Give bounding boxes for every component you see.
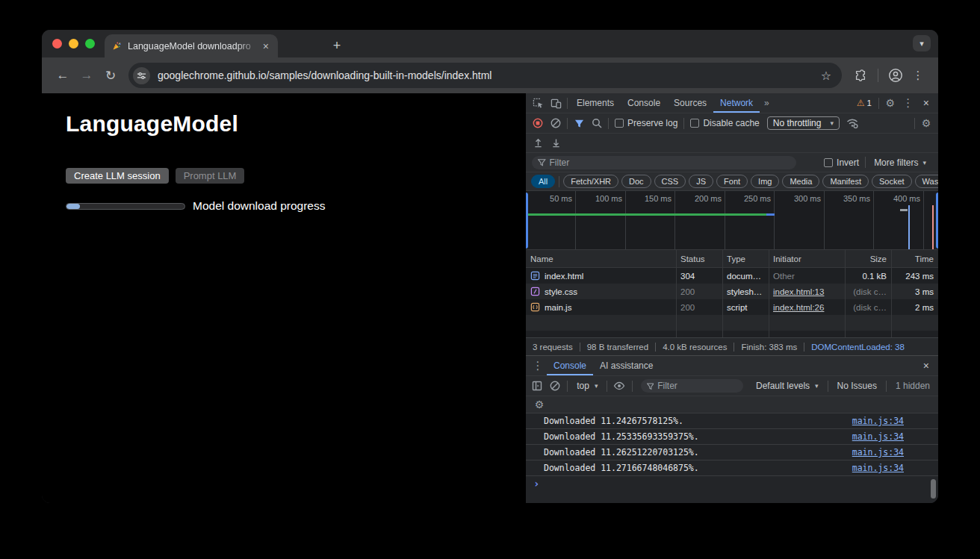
stylesheet-file-icon: [530, 287, 540, 296]
chip-css[interactable]: CSS: [654, 175, 686, 188]
tab-elements[interactable]: Elements: [570, 94, 621, 113]
chip-media[interactable]: Media: [782, 175, 819, 188]
message-source-link[interactable]: main.js:34: [852, 416, 904, 426]
chip-fetch-xhr[interactable]: Fetch/XHR: [563, 175, 618, 188]
drawer-tab-ai-assistance[interactable]: AI assistance: [593, 357, 660, 375]
bookmark-star-icon[interactable]: ☆: [816, 69, 836, 83]
hidden-messages-count[interactable]: 1 hidden: [890, 381, 935, 391]
column-divider[interactable]: [722, 250, 723, 337]
clear-console-icon[interactable]: [547, 378, 563, 394]
record-network-log-icon[interactable]: [529, 115, 547, 131]
message-source-link[interactable]: main.js:34: [852, 431, 904, 442]
chip-img[interactable]: Img: [751, 175, 779, 188]
issues-warning-badge[interactable]: ⚠ 1: [852, 98, 876, 108]
message-text: Downloaded 11.25335693359375%.: [544, 431, 852, 442]
chip-font[interactable]: Font: [716, 175, 748, 188]
search-icon[interactable]: [588, 115, 606, 131]
column-divider[interactable]: [891, 250, 892, 337]
close-window-button[interactable]: [52, 39, 62, 49]
chip-manifest[interactable]: Manifest: [822, 175, 869, 188]
chevron-down-icon: ▾: [830, 119, 834, 127]
tab-search-button[interactable]: ▾: [913, 35, 931, 51]
table-row[interactable]: index.html 304 docum… Other 0.1 kB 243 m…: [526, 268, 938, 284]
more-filters-dropdown[interactable]: More filters ▾: [868, 157, 932, 168]
issues-status[interactable]: No Issues: [832, 381, 882, 391]
inspect-element-icon[interactable]: [529, 95, 547, 111]
chip-all[interactable]: All: [531, 175, 555, 188]
browser-menu-kebab-icon[interactable]: ⋮: [907, 64, 929, 87]
console-filter-input[interactable]: [657, 381, 737, 391]
request-name: style.css: [545, 287, 577, 296]
col-header-status[interactable]: Status: [676, 254, 722, 263]
minimize-window-button[interactable]: [69, 39, 78, 49]
devtools-close-icon[interactable]: ×: [917, 97, 935, 109]
zoom-window-button[interactable]: [85, 39, 95, 49]
col-header-initiator[interactable]: Initiator: [769, 254, 845, 263]
drawer-menu-kebab-icon[interactable]: ⋮: [529, 357, 547, 374]
drawer-tab-console[interactable]: Console: [547, 357, 593, 375]
chip-doc[interactable]: Doc: [621, 175, 651, 188]
more-tabs-icon[interactable]: »: [760, 98, 774, 108]
profile-avatar-icon[interactable]: [884, 64, 907, 87]
back-button[interactable]: ←: [51, 63, 75, 87]
tab-sources[interactable]: Sources: [667, 94, 713, 113]
col-header-name[interactable]: Name: [526, 254, 676, 263]
table-row[interactable]: style.css 200 stylesh… index.html:13 (di…: [526, 284, 938, 299]
device-toolbar-icon[interactable]: [547, 95, 565, 111]
message-source-link[interactable]: main.js:34: [852, 463, 904, 473]
network-conditions-icon[interactable]: [843, 115, 861, 131]
console-prompt[interactable]: ›: [526, 475, 938, 491]
message-source-link[interactable]: main.js:34: [852, 447, 904, 457]
overview-left-handle[interactable]: [526, 193, 528, 249]
divider: [828, 381, 828, 392]
reload-button[interactable]: ↻: [99, 63, 122, 87]
browser-window: LanguageModel downloadpro × + ▾ ← → ↻ go…: [42, 30, 938, 503]
network-filter-input[interactable]: [550, 157, 791, 168]
console-sidebar-toggle-icon[interactable]: [529, 378, 545, 394]
preserve-log-checkbox[interactable]: Preserve log: [611, 118, 681, 128]
site-settings-icon[interactable]: [133, 67, 150, 84]
throttling-select[interactable]: No throttling ▾: [767, 116, 840, 130]
gridline: [824, 191, 825, 249]
address-bar[interactable]: googlechrome.github.io/samples/downloadi…: [128, 63, 842, 88]
overview-right-handle[interactable]: [936, 193, 938, 249]
chip-js[interactable]: JS: [689, 175, 713, 188]
browser-tab[interactable]: LanguageModel downloadpro ×: [105, 34, 278, 57]
extensions-puzzle-icon[interactable]: [849, 64, 872, 87]
import-har-icon[interactable]: [529, 135, 547, 152]
col-header-size[interactable]: Size: [845, 254, 891, 263]
console-scrollbar-thumb[interactable]: [931, 479, 936, 499]
col-header-time[interactable]: Time: [891, 254, 938, 263]
filter-funnel-icon[interactable]: [570, 115, 588, 131]
request-size: 0.1 kB: [845, 272, 891, 281]
column-divider[interactable]: [769, 250, 769, 337]
tab-console[interactable]: Console: [621, 94, 667, 113]
initiator-link[interactable]: index.html:13: [773, 287, 824, 296]
table-row[interactable]: main.js 200 script index.html:26 (disk c…: [526, 299, 938, 315]
console-settings-gear-icon[interactable]: ⚙: [530, 396, 548, 413]
devtools-menu-kebab-icon[interactable]: ⋮: [899, 95, 917, 111]
export-har-icon[interactable]: [547, 135, 565, 152]
settings-gear-icon[interactable]: ⚙: [881, 95, 899, 111]
col-header-type[interactable]: Type: [722, 254, 769, 263]
log-levels-select[interactable]: Default levels ▾: [751, 381, 824, 391]
clear-network-log-icon[interactable]: [547, 115, 565, 131]
network-overview-timeline[interactable]: 50 ms 100 ms 150 ms 200 ms 250 ms 300 ms…: [526, 191, 938, 250]
tab-close-icon[interactable]: ×: [260, 40, 272, 52]
create-llm-session-button[interactable]: Create LLM session: [66, 168, 169, 184]
chip-wasm[interactable]: Wasm: [915, 175, 938, 188]
initiator-link[interactable]: index.html:26: [773, 303, 824, 312]
console-context-select[interactable]: top ▾: [571, 381, 603, 391]
invert-checkbox[interactable]: Invert: [820, 157, 863, 168]
tab-network[interactable]: Network: [713, 94, 760, 113]
new-tab-button[interactable]: +: [327, 36, 347, 55]
network-settings-gear-icon[interactable]: ⚙: [917, 115, 935, 131]
divider: [914, 118, 915, 129]
chip-socket[interactable]: Socket: [872, 175, 912, 188]
live-expression-eye-icon[interactable]: [611, 378, 627, 394]
disable-cache-checkbox[interactable]: Disable cache: [686, 118, 763, 128]
forward-button[interactable]: →: [75, 63, 99, 87]
drawer-close-icon[interactable]: ×: [917, 360, 935, 372]
column-divider[interactable]: [845, 250, 846, 337]
column-divider[interactable]: [676, 250, 677, 337]
